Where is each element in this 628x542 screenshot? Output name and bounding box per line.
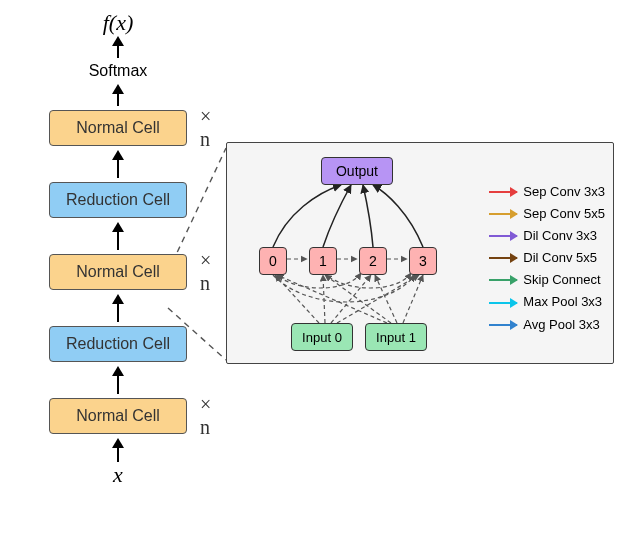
softmax-label: Softmax bbox=[89, 62, 148, 80]
dag-input-node-0: Input 0 bbox=[291, 323, 353, 351]
dag-hidden-node-2: 2 bbox=[359, 247, 387, 275]
legend-arrow-icon bbox=[489, 324, 517, 326]
input-label: x bbox=[113, 462, 123, 488]
normal-cell-zoomed: Normal Cell × n bbox=[49, 254, 187, 290]
dag-output-node: Output bbox=[321, 157, 393, 185]
reduction-cell: Reduction Cell bbox=[49, 326, 187, 362]
node-label: 1 bbox=[319, 253, 327, 269]
node-label: Input 0 bbox=[302, 330, 342, 345]
legend-item: Avg Pool 3x3 bbox=[489, 314, 605, 336]
cell-zoom-panel: Output 0 1 2 3 Input 0 Input 1 Sep Conv … bbox=[226, 142, 614, 364]
reduction-cell: Reduction Cell bbox=[49, 182, 187, 218]
legend-item: Sep Conv 3x3 bbox=[489, 181, 605, 203]
legend-label: Dil Conv 5x5 bbox=[523, 247, 597, 269]
dag-nodes: Output 0 1 2 3 Input 0 Input 1 bbox=[227, 143, 487, 365]
times-n-label: × n bbox=[200, 249, 211, 295]
arrow-up-icon bbox=[112, 222, 124, 250]
normal-cell: Normal Cell × n bbox=[49, 398, 187, 434]
legend-arrow-icon bbox=[489, 302, 517, 304]
times-n-label: × n bbox=[200, 393, 211, 439]
legend-item: Sep Conv 5x5 bbox=[489, 203, 605, 225]
cell-label: Normal Cell bbox=[76, 407, 160, 425]
arrow-up-icon bbox=[112, 366, 124, 394]
node-label: 2 bbox=[369, 253, 377, 269]
dag-input-node-1: Input 1 bbox=[365, 323, 427, 351]
node-label: 3 bbox=[419, 253, 427, 269]
arrow-up-icon bbox=[112, 84, 124, 106]
legend-arrow-icon bbox=[489, 213, 517, 215]
legend-label: Max Pool 3x3 bbox=[523, 291, 602, 313]
legend-arrow-icon bbox=[489, 191, 517, 193]
legend-item: Max Pool 3x3 bbox=[489, 291, 605, 313]
cell-label: Normal Cell bbox=[76, 263, 160, 281]
cell-label: Normal Cell bbox=[76, 119, 160, 137]
dag-hidden-node-3: 3 bbox=[409, 247, 437, 275]
legend-label: Avg Pool 3x3 bbox=[523, 314, 599, 336]
arrow-up-icon bbox=[112, 36, 124, 58]
dag-hidden-node-1: 1 bbox=[309, 247, 337, 275]
node-label: Output bbox=[336, 163, 378, 179]
node-label: 0 bbox=[269, 253, 277, 269]
cell-label: Reduction Cell bbox=[66, 335, 170, 353]
legend-label: Dil Conv 3x3 bbox=[523, 225, 597, 247]
arrow-up-icon bbox=[112, 438, 124, 462]
architecture-stack: f(x) Softmax Normal Cell × n Reduction C… bbox=[28, 10, 208, 488]
operator-legend: Sep Conv 3x3 Sep Conv 5x5 Dil Conv 3x3 D… bbox=[489, 181, 605, 336]
legend-item: Dil Conv 5x5 bbox=[489, 247, 605, 269]
legend-item: Skip Connect bbox=[489, 269, 605, 291]
legend-label: Sep Conv 5x5 bbox=[523, 203, 605, 225]
arrow-up-icon bbox=[112, 294, 124, 322]
times-n-label: × n bbox=[200, 105, 211, 151]
legend-arrow-icon bbox=[489, 235, 517, 237]
legend-arrow-icon bbox=[489, 257, 517, 259]
output-label: f(x) bbox=[103, 10, 134, 36]
node-label: Input 1 bbox=[376, 330, 416, 345]
legend-label: Sep Conv 3x3 bbox=[523, 181, 605, 203]
normal-cell: Normal Cell × n bbox=[49, 110, 187, 146]
dag-hidden-node-0: 0 bbox=[259, 247, 287, 275]
cell-label: Reduction Cell bbox=[66, 191, 170, 209]
legend-arrow-icon bbox=[489, 279, 517, 281]
arrow-up-icon bbox=[112, 150, 124, 178]
legend-label: Skip Connect bbox=[523, 269, 600, 291]
legend-item: Dil Conv 3x3 bbox=[489, 225, 605, 247]
